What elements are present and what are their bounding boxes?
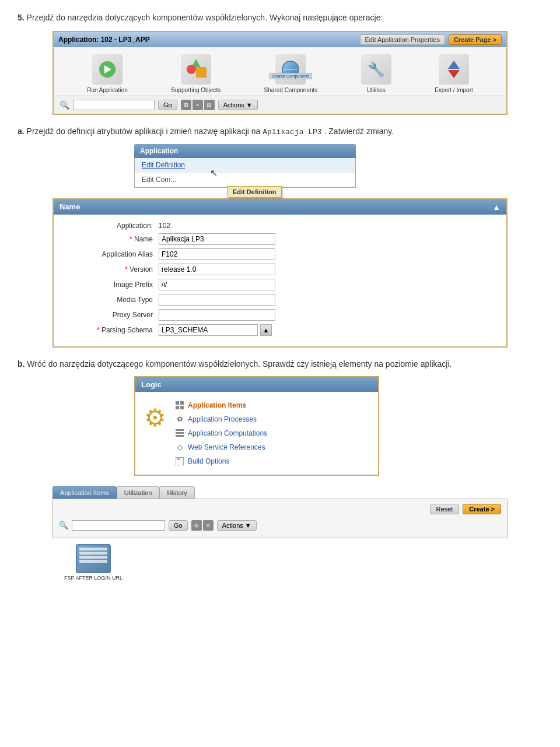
logic-item-app-items[interactable]: Application Items [175, 401, 267, 410]
svg-rect-4 [176, 429, 184, 431]
app-processes-label[interactable]: Application Processes [188, 415, 257, 423]
label-version: * Version [65, 265, 159, 273]
table-row-line-1 [79, 548, 107, 550]
run-application-label: Run Application [87, 87, 128, 93]
supporting-objects-icon [181, 54, 211, 85]
step-number: 5. [18, 13, 24, 22]
play-triangle [104, 65, 111, 73]
create-button[interactable]: Create > [463, 504, 501, 514]
shared-components-icon: Shared Components [275, 54, 306, 85]
substep-b-letter: b. [18, 359, 24, 369]
input-media-type[interactable] [159, 294, 275, 306]
input-proxy-server[interactable] [159, 309, 275, 321]
export-import-label: Export / Import [435, 87, 473, 93]
toolbar-search-bar: 🔍 Go ⊞ ≡ ▤ Actions ▼ [54, 96, 506, 114]
detail-view-icon[interactable]: ▤ [204, 100, 215, 110]
tab-application-items[interactable]: Application Items [52, 486, 117, 499]
collapse-icon[interactable]: ▲ [492, 202, 501, 212]
utilities-icon-item[interactable]: 🔧 Utilities [361, 54, 391, 93]
input-version[interactable] [159, 264, 275, 275]
utilities-label: Utilities [367, 87, 386, 93]
tabs-search-input[interactable] [72, 520, 165, 531]
list-view-icon[interactable]: ≡ [192, 100, 203, 110]
tab-history[interactable]: History [159, 486, 194, 499]
header-buttons: Edit Application Properties Create Page … [360, 34, 502, 45]
export-import-icon-item[interactable]: Export / Import [435, 54, 473, 93]
substep-a-letter: a. [18, 127, 24, 136]
toolbar-go-button[interactable]: Go [158, 100, 177, 110]
web-services-icon: ◇ [175, 443, 184, 452]
app-computations-label[interactable]: Application Computations [188, 429, 267, 437]
toolbar-search-input[interactable] [73, 100, 155, 110]
form-row-alias: Application Alias [65, 248, 495, 260]
label-parsing-schema: * Parsing Schema [65, 326, 159, 334]
tabs-actions-button[interactable]: Actions ▼ [217, 520, 257, 531]
shared-components-icon-item[interactable]: Shared Components Shared Components [264, 54, 318, 93]
bottom-icon-section: FSP AFTER LOGIN URL [64, 544, 123, 581]
tabs-search-row: 🔍 Go ⊞ ≡ Actions ▼ [59, 518, 501, 533]
menu-item-edit-definition[interactable]: Edit Definition [135, 158, 355, 173]
input-alias[interactable] [159, 248, 275, 260]
application-menu-screenshot: Application Edit Definition Edit Com... … [134, 144, 356, 188]
web-services-label[interactable]: Web Service References [188, 443, 265, 451]
app-title: Application: 102 - LP3_APP [58, 36, 150, 44]
svg-rect-2 [176, 406, 179, 409]
input-image-prefix[interactable] [159, 279, 275, 290]
label-application: Application: [65, 222, 159, 230]
svg-rect-0 [176, 401, 179, 405]
run-application-icon-item[interactable]: Run Application [87, 54, 128, 93]
view-icons-group: ⊞ ≡ ▤ [181, 100, 215, 110]
app-computations-icon [175, 429, 184, 438]
menu-item-edit-comp[interactable]: Edit Com... [135, 173, 355, 187]
tabs-row: Application Items Utilization History [52, 486, 508, 499]
toolbar-actions-button[interactable]: Actions ▼ [218, 100, 258, 110]
logic-item-build-options[interactable]: Build Options [175, 457, 267, 466]
substep-a: a. Przejdź do definicji atrybutów aplika… [18, 125, 542, 138]
fsp-login-icon[interactable] [76, 544, 111, 573]
edit-app-properties-button[interactable]: Edit Application Properties [360, 34, 445, 45]
gear-icon: ⚙ [144, 404, 166, 432]
app-items-label: Application Items [188, 401, 246, 409]
step5-header: 5. Przejdź do narzędzia dotyczących komp… [18, 12, 542, 24]
supporting-objects-icon-item[interactable]: Supporting Objects [171, 54, 220, 93]
tabs-content-area: Reset Create > 🔍 Go ⊞ ≡ Actions ▼ [52, 499, 508, 538]
substep-a-text2: . Zatwierdź zmiany. [324, 127, 394, 136]
arrow-down [448, 70, 460, 78]
form-row-version: * Version [65, 264, 495, 275]
input-parsing-schema[interactable] [159, 324, 258, 336]
create-page-button[interactable]: Create Page > [449, 34, 502, 45]
shared-components-label: Shared Components [264, 87, 318, 93]
tabs-grid-view-icon[interactable]: ⊞ [191, 520, 202, 531]
shapes [186, 59, 206, 80]
logic-item-app-processes[interactable]: ⚙ Application Processes [175, 415, 267, 424]
reset-button[interactable]: Reset [430, 504, 460, 514]
arrows-shape [448, 61, 460, 78]
app-items-icon [175, 401, 184, 410]
logic-item-app-computations[interactable]: Application Computations [175, 429, 267, 438]
table-row-line-4 [79, 560, 107, 563]
tabs-go-button[interactable]: Go [169, 520, 188, 531]
svg-rect-5 [176, 432, 184, 434]
logic-section-screenshot: Logic ⚙ Application Items ⚙ Application … [134, 376, 379, 476]
table-row-line-2 [79, 552, 107, 555]
utilities-icon: 🔧 [361, 54, 391, 85]
build-options-label[interactable]: Build Options [188, 457, 229, 465]
substep-b: b. Wróć do narzędzia dotyczącego kompone… [18, 358, 542, 370]
label-media-type: Media Type [65, 296, 159, 304]
substep-b-text: Wróć do narzędzia dotyczącego komponentó… [27, 359, 452, 369]
grid-view-icon[interactable]: ⊞ [181, 100, 191, 110]
tabs-list-view-icon[interactable]: ≡ [203, 520, 214, 531]
play-button-shape [99, 61, 116, 78]
parsing-schema-group: ▲ [159, 324, 272, 336]
search-icon: 🔍 [60, 100, 69, 110]
input-name[interactable] [159, 233, 275, 245]
logic-items-list: Application Items ⚙ Application Processe… [175, 401, 267, 466]
logic-item-web-services[interactable]: ◇ Web Service References [175, 443, 267, 452]
tabs-section: Application Items Utilization History Re… [52, 486, 508, 538]
parsing-schema-browse-button[interactable]: ▲ [260, 324, 272, 336]
tab-utilization[interactable]: Utilization [117, 486, 160, 499]
shape-orange [196, 67, 206, 78]
form-row-proxy-server: Proxy Server [65, 309, 495, 321]
shared-label-overlay: Shared Components [270, 73, 312, 79]
value-application: 102 [159, 222, 170, 230]
